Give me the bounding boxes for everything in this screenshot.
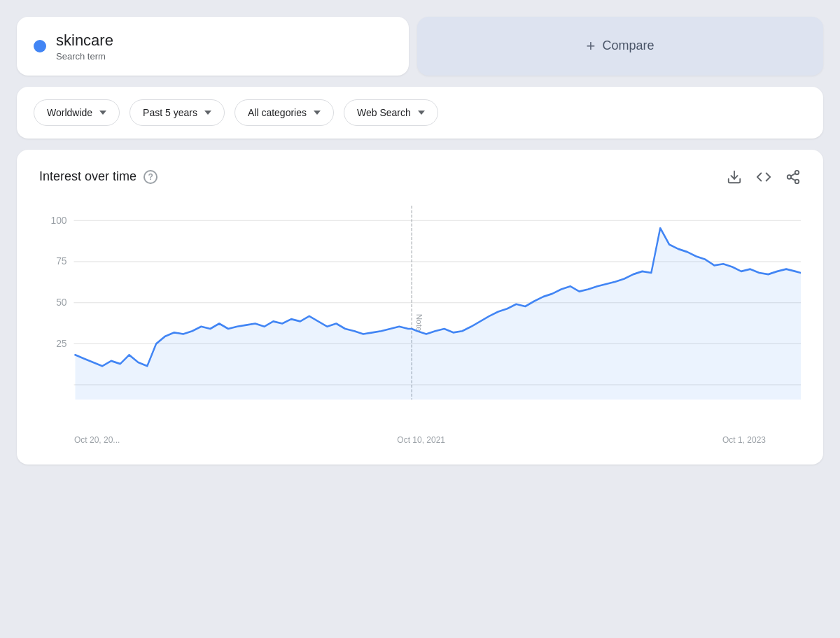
- chart-actions: [727, 169, 801, 185]
- chart-title: Interest over time: [39, 169, 136, 184]
- time-filter-chevron: [204, 111, 211, 115]
- svg-text:25: 25: [56, 337, 66, 349]
- x-label-start: Oct 20, 20...: [74, 435, 120, 445]
- location-filter-chevron: [99, 111, 106, 115]
- search-term-dot: [34, 40, 46, 52]
- x-label-mid: Oct 10, 2021: [397, 435, 445, 445]
- search-term-info: skincare Search term: [56, 31, 113, 62]
- x-label-end: Oct 1, 2023: [722, 435, 766, 445]
- search-type-filter-chevron: [418, 111, 425, 115]
- search-type-filter-label: Web Search: [357, 107, 411, 118]
- category-filter[interactable]: All categories: [234, 99, 334, 126]
- svg-text:75: 75: [56, 255, 66, 267]
- filters-card: Worldwide Past 5 years All categories We…: [17, 87, 823, 139]
- svg-line-5: [791, 173, 795, 176]
- search-term-label: Search term: [56, 51, 113, 62]
- search-type-filter[interactable]: Web Search: [344, 99, 438, 126]
- svg-text:100: 100: [50, 214, 66, 226]
- interest-chart: 100 75 50 25 Note: [39, 206, 801, 430]
- chart-title-area: Interest over time ?: [39, 169, 158, 184]
- compare-plus-icon: +: [587, 37, 596, 55]
- share-icon[interactable]: [785, 169, 801, 185]
- time-filter[interactable]: Past 5 years: [130, 99, 225, 126]
- compare-label: Compare: [602, 38, 654, 53]
- location-filter-label: Worldwide: [47, 107, 92, 118]
- download-icon[interactable]: [727, 169, 742, 185]
- time-filter-label: Past 5 years: [143, 107, 197, 118]
- chart-card: Interest over time ?: [17, 150, 823, 465]
- help-icon[interactable]: ?: [144, 170, 158, 184]
- category-filter-chevron: [314, 111, 321, 115]
- category-filter-label: All categories: [248, 107, 307, 118]
- top-section: skincare Search term + Compare: [17, 17, 823, 76]
- svg-text:50: 50: [56, 296, 66, 308]
- svg-line-4: [791, 178, 795, 180]
- x-axis-labels: Oct 20, 20... Oct 10, 2021 Oct 1, 2023: [39, 435, 801, 445]
- search-term-value: skincare: [56, 31, 113, 51]
- chart-header: Interest over time ?: [39, 169, 801, 185]
- svg-text:Note: Note: [415, 313, 424, 331]
- compare-card[interactable]: + Compare: [417, 17, 823, 76]
- location-filter[interactable]: Worldwide: [34, 99, 120, 126]
- embed-icon[interactable]: [756, 169, 771, 185]
- chart-area: 100 75 50 25 Note: [39, 206, 801, 430]
- search-card: skincare Search term: [17, 17, 409, 76]
